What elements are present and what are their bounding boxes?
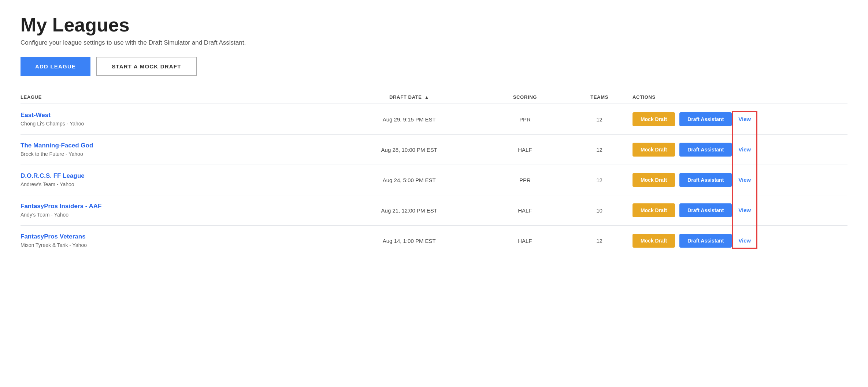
league-name[interactable]: D.O.R.C.S. FF League	[21, 172, 335, 180]
table-row: East-West Chong Li's Champs - Yahoo Aug …	[21, 104, 847, 135]
view-button[interactable]: View	[736, 237, 753, 244]
draft-assistant-button[interactable]: Draft Assistant	[679, 234, 732, 248]
league-cell: East-West Chong Li's Champs - Yahoo	[21, 104, 335, 135]
mock-draft-button[interactable]: Mock Draft	[633, 173, 675, 187]
draft-assistant-button[interactable]: Draft Assistant	[679, 203, 732, 217]
col-header-scoring: SCORING	[483, 91, 566, 104]
view-button[interactable]: View	[736, 177, 753, 183]
league-name[interactable]: FantasyPros Insiders - AAF	[21, 203, 335, 210]
draft-assistant-button[interactable]: Draft Assistant	[679, 173, 732, 187]
start-mock-draft-button[interactable]: START A MOCK DRAFT	[96, 57, 196, 76]
page-title: My Leagues	[21, 15, 847, 35]
col-header-actions: ACTIONS	[633, 91, 847, 104]
view-button[interactable]: View	[736, 207, 753, 213]
actions-cell: Mock Draft Draft Assistant View	[633, 165, 847, 195]
scoring-cell: PPR	[483, 104, 566, 135]
league-name[interactable]: FantasyPros Veterans	[21, 233, 335, 240]
league-cell: D.O.R.C.S. FF League Andrew's Team - Yah…	[21, 165, 335, 195]
teams-cell: 12	[566, 226, 633, 256]
league-name[interactable]: East-West	[21, 112, 335, 119]
league-sub: Andy's Team - Yahoo	[21, 212, 68, 218]
draft-date-cell: Aug 28, 10:00 PM EST	[335, 135, 483, 165]
view-button[interactable]: View	[736, 116, 753, 122]
col-header-draft-date[interactable]: DRAFT DATE ▲	[335, 91, 483, 104]
mock-draft-button[interactable]: Mock Draft	[633, 112, 675, 126]
mock-draft-button[interactable]: Mock Draft	[633, 234, 675, 248]
draft-date-cell: Aug 21, 12:00 PM EST	[335, 195, 483, 226]
mock-draft-button[interactable]: Mock Draft	[633, 203, 675, 217]
teams-cell: 12	[566, 104, 633, 135]
actions-cell: Mock Draft Draft Assistant View	[633, 195, 847, 226]
league-sub: Mixon Tyreek & Tarik - Yahoo	[21, 242, 87, 248]
table-row: FantasyPros Veterans Mixon Tyreek & Tari…	[21, 226, 847, 256]
mock-draft-button[interactable]: Mock Draft	[633, 143, 675, 157]
action-buttons: ADD LEAGUE START A MOCK DRAFT	[21, 57, 847, 76]
scoring-cell: HALF	[483, 226, 566, 256]
col-header-league: LEAGUE	[21, 91, 335, 104]
table-row: The Manning-Faced God Brock to the Futur…	[21, 135, 847, 165]
league-sub: Chong Li's Champs - Yahoo	[21, 121, 84, 127]
sort-arrow-icon: ▲	[424, 95, 429, 100]
add-league-button[interactable]: ADD LEAGUE	[21, 57, 90, 76]
scoring-cell: HALF	[483, 195, 566, 226]
table-row: FantasyPros Insiders - AAF Andy's Team -…	[21, 195, 847, 226]
teams-cell: 12	[566, 135, 633, 165]
teams-cell: 10	[566, 195, 633, 226]
actions-cell: Mock Draft Draft Assistant View	[633, 226, 847, 256]
page-subtitle: Configure your league settings to use wi…	[21, 39, 847, 46]
leagues-table: LEAGUE DRAFT DATE ▲ SCORING TEAMS ACTION…	[21, 91, 847, 256]
draft-assistant-button[interactable]: Draft Assistant	[679, 112, 732, 126]
draft-date-cell: Aug 24, 5:00 PM EST	[335, 165, 483, 195]
league-cell: FantasyPros Veterans Mixon Tyreek & Tari…	[21, 226, 335, 256]
view-button[interactable]: View	[736, 146, 753, 153]
scoring-cell: PPR	[483, 165, 566, 195]
league-name[interactable]: The Manning-Faced God	[21, 142, 335, 149]
table-row: D.O.R.C.S. FF League Andrew's Team - Yah…	[21, 165, 847, 195]
draft-assistant-button[interactable]: Draft Assistant	[679, 143, 732, 157]
league-sub: Brock to the Future - Yahoo	[21, 151, 83, 157]
scoring-cell: HALF	[483, 135, 566, 165]
league-cell: The Manning-Faced God Brock to the Futur…	[21, 135, 335, 165]
draft-date-cell: Aug 29, 9:15 PM EST	[335, 104, 483, 135]
teams-cell: 12	[566, 165, 633, 195]
col-header-teams: TEAMS	[566, 91, 633, 104]
draft-date-cell: Aug 14, 1:00 PM EST	[335, 226, 483, 256]
actions-cell: Mock Draft Draft Assistant View	[633, 135, 847, 165]
actions-cell: Mock Draft Draft Assistant View	[633, 104, 847, 135]
league-cell: FantasyPros Insiders - AAF Andy's Team -…	[21, 195, 335, 226]
league-sub: Andrew's Team - Yahoo	[21, 181, 74, 187]
